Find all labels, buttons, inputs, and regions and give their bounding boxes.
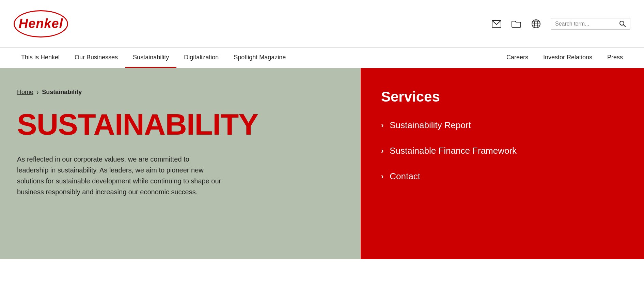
service-chevron-icon-2: › bbox=[381, 147, 383, 155]
breadcrumb-home[interactable]: Home bbox=[17, 89, 33, 96]
services-panel: Services › Sustainability Report › Susta… bbox=[361, 68, 644, 259]
breadcrumb-chevron-icon: › bbox=[37, 89, 38, 95]
nav-item-digitalization[interactable]: Digitalization bbox=[176, 48, 226, 68]
nav-item-our-businesses[interactable]: Our Businesses bbox=[67, 48, 125, 68]
nav-item-this-is-henkel[interactable]: This is Henkel bbox=[14, 48, 67, 68]
service-item-sustainability-report[interactable]: › Sustainability Report bbox=[381, 120, 624, 131]
services-title: Services bbox=[381, 89, 624, 105]
service-label-sustainable-finance: Sustainable Finance Framework bbox=[390, 146, 517, 156]
services-list: › Sustainability Report › Sustainable Fi… bbox=[381, 120, 624, 182]
nav-item-spotlight-magazine[interactable]: Spotlight Magazine bbox=[226, 48, 293, 68]
mail-icon[interactable] bbox=[491, 19, 502, 29]
header-actions bbox=[491, 18, 630, 30]
search-icon[interactable] bbox=[619, 20, 626, 27]
folder-icon[interactable] bbox=[511, 19, 521, 29]
service-chevron-icon-3: › bbox=[381, 172, 383, 181]
service-label-contact: Contact bbox=[390, 171, 420, 182]
globe-icon[interactable] bbox=[531, 19, 541, 29]
nav-main-items: This is Henkel Our Businesses Sustainabi… bbox=[14, 48, 293, 68]
search-input[interactable] bbox=[555, 21, 616, 27]
nav-item-investor-relations[interactable]: Investor Relations bbox=[536, 48, 600, 68]
breadcrumb-current: Sustainability bbox=[42, 89, 82, 96]
nav-item-careers[interactable]: Careers bbox=[499, 48, 536, 68]
search-box[interactable] bbox=[551, 18, 630, 30]
service-label-sustainability-report: Sustainability Report bbox=[390, 120, 471, 131]
logo-text: Henkel bbox=[19, 16, 63, 31]
service-chevron-icon-1: › bbox=[381, 121, 383, 130]
nav-secondary-items: Careers Investor Relations Press bbox=[499, 48, 630, 68]
svg-line-7 bbox=[624, 25, 626, 27]
nav-item-press[interactable]: Press bbox=[600, 48, 630, 68]
hero-title: SUSTAINABILITY bbox=[17, 109, 344, 139]
hero-description: As reflected in our corporate values, we… bbox=[17, 154, 221, 197]
service-item-sustainable-finance[interactable]: › Sustainable Finance Framework bbox=[381, 146, 624, 156]
hero-left: Home › Sustainability SUSTAINABILITY As … bbox=[0, 68, 361, 259]
service-item-contact[interactable]: › Contact bbox=[381, 171, 624, 182]
svg-point-6 bbox=[620, 21, 624, 25]
nav-item-sustainability[interactable]: Sustainability bbox=[125, 48, 176, 68]
breadcrumb: Home › Sustainability bbox=[17, 89, 344, 96]
logo[interactable]: Henkel bbox=[14, 10, 68, 37]
hero-section: Home › Sustainability SUSTAINABILITY As … bbox=[0, 68, 644, 259]
site-header: Henkel bbox=[0, 0, 644, 48]
main-nav: This is Henkel Our Businesses Sustainabi… bbox=[0, 48, 644, 68]
logo-oval: Henkel bbox=[14, 10, 68, 37]
